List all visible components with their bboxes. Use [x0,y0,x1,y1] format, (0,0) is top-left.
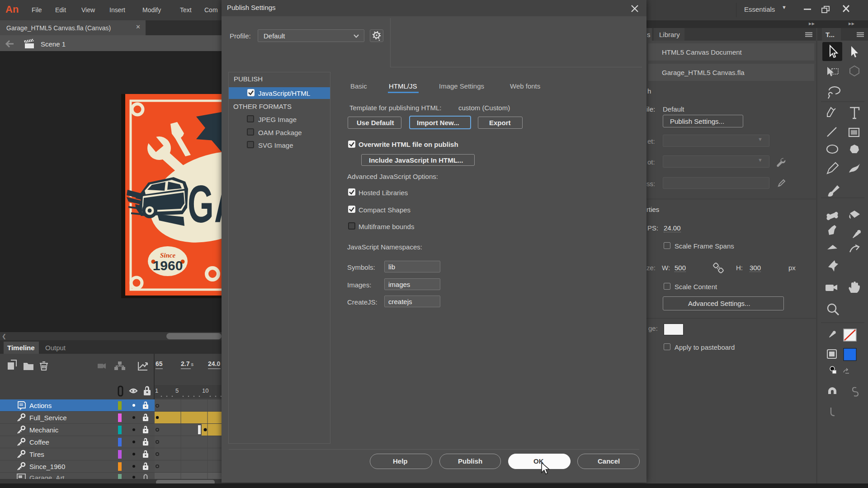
svg-text:GA: GA [188,175,222,234]
svg-text:1960: 1960 [153,258,183,273]
